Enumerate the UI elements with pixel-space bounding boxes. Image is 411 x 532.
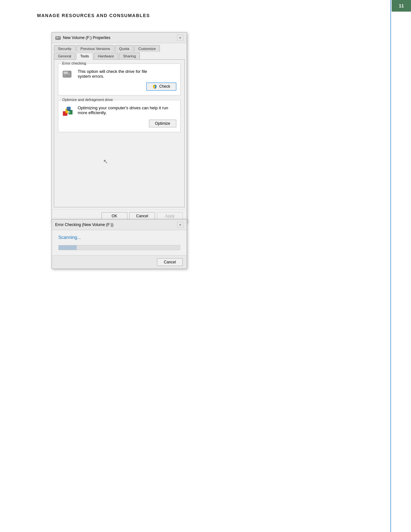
tab-quota[interactable]: Quota (115, 45, 133, 52)
ok-button[interactable]: OK (102, 212, 127, 220)
cancel-button[interactable]: Cancel (129, 212, 155, 220)
dialog2-titlebar: Error Checking (New Volume (F:)) × (52, 220, 187, 230)
page-title: MANAGE RESOURCES AND CONSUMABLES (37, 13, 150, 18)
optimize-label: Optimize and defragment drive (61, 98, 114, 102)
page-number: 11 (392, 0, 411, 12)
dialog2-close-button[interactable]: × (177, 222, 183, 228)
error-checking-text: This option will check the drive for fil… (78, 69, 147, 79)
progress-bar-fill (59, 245, 77, 250)
check-button[interactable]: Check (146, 83, 176, 91)
cursor-indicator: ↖ (103, 158, 181, 165)
drive-icon (55, 35, 61, 40)
apply-button[interactable]: Apply (157, 212, 183, 220)
dialog2-title-area: Error Checking (New Volume (F:)) (55, 222, 113, 227)
tab-tools-content: Error checking This option will check th… (54, 59, 185, 207)
tab-security[interactable]: Security (54, 45, 76, 52)
hdd-icon (62, 69, 74, 80)
error-checking-btn-area: Check (62, 83, 176, 91)
optimize-section: Optimize and defragment drive Optimizing… (58, 100, 181, 132)
progress-bar-track (58, 245, 180, 250)
svg-rect-11 (67, 107, 71, 111)
properties-dialog: New Volume (F:) Properties × Security Pr… (52, 32, 187, 223)
svg-rect-4 (64, 72, 68, 74)
dialog1-title-text: New Volume (F:) Properties (63, 35, 110, 40)
dialog2-cancel-button[interactable]: Cancel (157, 258, 183, 266)
svg-rect-7 (64, 75, 65, 76)
optimize-content: Optimizing your computer's drives can he… (62, 105, 176, 117)
optimize-btn-area: Optimize (62, 120, 176, 127)
right-accent-line (390, 0, 391, 532)
dialog1-titlebar: New Volume (F:) Properties × (52, 33, 187, 43)
dialog1-close-button[interactable]: × (177, 34, 183, 41)
tab-bar: Security Previous Versions Quota Customi… (52, 43, 187, 59)
error-checking-label: Error checking (61, 61, 87, 65)
svg-rect-1 (56, 37, 58, 38)
progress-area (52, 242, 187, 255)
error-checking-text-line2: system errors. (78, 74, 147, 79)
scanning-text: Scanning... (52, 230, 187, 242)
tools-empty-area: ↖ (58, 158, 181, 203)
optimize-text-line2: more efficiently. (78, 110, 168, 115)
svg-point-6 (69, 74, 70, 75)
tab-customize[interactable]: Customize (134, 45, 160, 52)
svg-point-2 (59, 37, 60, 38)
tab-general[interactable]: General (54, 53, 75, 59)
optimize-text: Optimizing your computer's drives can he… (78, 105, 168, 115)
optimize-button[interactable]: Optimize (149, 120, 176, 127)
error-checking-section: Error checking This option will check th… (58, 64, 181, 95)
tab-previous-versions[interactable]: Previous Versions (76, 45, 114, 52)
check-button-label: Check (159, 84, 170, 89)
optimize-text-line1: Optimizing your computer's drives can he… (78, 105, 168, 110)
tab-row-1: Security Previous Versions Quota Customi… (54, 45, 185, 52)
dialog1-title-area: New Volume (F:) Properties (55, 35, 110, 40)
error-checking-text-line1: This option will check the drive for fil… (78, 69, 147, 74)
tab-row-2: General Tools Hardware Sharing (54, 53, 185, 59)
error-checking-content: This option will check the drive for fil… (62, 69, 176, 80)
dialog2-footer: Cancel (52, 255, 187, 269)
error-checking-dialog: Error Checking (New Volume (F:)) × Scann… (52, 219, 187, 269)
dialog2-title-text: Error Checking (New Volume (F:)) (55, 222, 113, 227)
tab-sharing[interactable]: Sharing (119, 53, 140, 59)
shield-icon (152, 84, 157, 89)
tab-hardware[interactable]: Hardware (94, 53, 118, 59)
optimize-icon (62, 105, 74, 117)
tab-tools[interactable]: Tools (76, 53, 93, 60)
